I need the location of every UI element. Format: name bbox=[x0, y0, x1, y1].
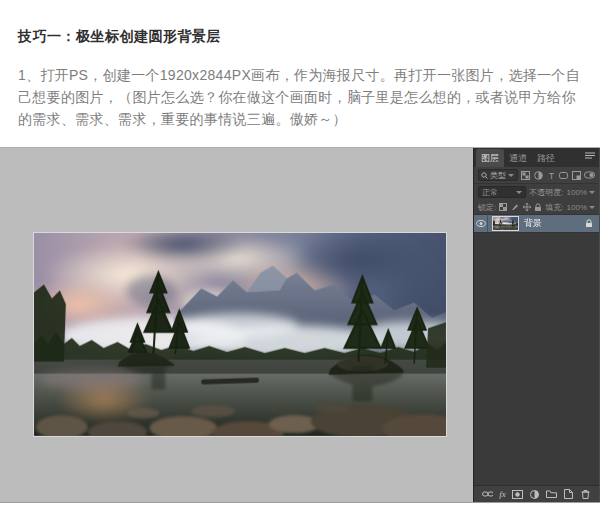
delete-layer-icon[interactable] bbox=[580, 488, 591, 500]
adjustment-layer-icon[interactable] bbox=[529, 488, 540, 500]
tab-paths[interactable]: 路径 bbox=[532, 149, 560, 167]
new-layer-icon[interactable] bbox=[563, 488, 574, 500]
ps-canvas-area[interactable] bbox=[0, 148, 473, 502]
lock-icon bbox=[585, 219, 593, 228]
filter-pixel-icon[interactable] bbox=[521, 169, 531, 181]
tab-channels[interactable]: 通道 bbox=[504, 149, 532, 167]
filter-kind-label: 类型 bbox=[490, 170, 506, 181]
filter-type-icon[interactable]: T bbox=[546, 169, 556, 181]
search-icon bbox=[481, 172, 488, 179]
chevron-down-icon bbox=[589, 206, 595, 209]
landscape-photo bbox=[34, 233, 446, 436]
ps-document-image[interactable] bbox=[33, 232, 447, 437]
lock-paint-icon[interactable] bbox=[511, 201, 520, 213]
layer-visibility-toggle[interactable] bbox=[474, 215, 488, 232]
layer-filter-row: 类型 T bbox=[474, 167, 599, 184]
blend-mode-select[interactable]: 正常 bbox=[478, 186, 526, 198]
fill-value[interactable]: 100% bbox=[567, 203, 595, 212]
chevron-down-icon bbox=[589, 191, 595, 194]
panel-tabbar: 图层 通道 路径 bbox=[474, 148, 599, 167]
eye-icon bbox=[476, 220, 486, 227]
link-layers-icon[interactable] bbox=[482, 488, 493, 500]
layer-row-background[interactable]: 背景 bbox=[474, 215, 599, 233]
layer-style-icon[interactable]: fx bbox=[499, 489, 506, 499]
add-mask-icon[interactable] bbox=[512, 488, 523, 500]
layer-thumbnail[interactable] bbox=[492, 216, 519, 231]
opacity-value[interactable]: 100% bbox=[567, 188, 595, 197]
lock-position-icon[interactable] bbox=[522, 201, 531, 213]
lock-label: 锁定: bbox=[478, 202, 496, 213]
blend-row: 正常 不透明度: 100% bbox=[474, 184, 599, 200]
blend-mode-value: 正常 bbox=[482, 187, 498, 198]
svg-text:T: T bbox=[548, 171, 554, 180]
filter-shape-icon[interactable] bbox=[559, 169, 569, 181]
layer-name: 背景 bbox=[524, 217, 585, 230]
article-title: 技巧一：极坐标创建圆形背景层 bbox=[18, 28, 221, 46]
article-paragraph: 1、打开PS，创建一个1920x2844PX画布，作为海报尺寸。再打开一张图片，… bbox=[18, 64, 584, 130]
chevron-down-icon bbox=[516, 191, 522, 194]
panel-menu-icon[interactable] bbox=[585, 145, 595, 163]
filter-kind-select[interactable]: 类型 bbox=[478, 169, 518, 181]
layer-list: 背景 bbox=[474, 215, 599, 485]
fill-label: 填充: bbox=[545, 202, 563, 213]
lock-all-icon[interactable] bbox=[534, 201, 543, 213]
lock-row: 锁定: 填充: 100% bbox=[474, 200, 599, 215]
tab-layers[interactable]: 图层 bbox=[476, 149, 504, 167]
chevron-down-icon bbox=[508, 174, 514, 177]
layers-panel: 图层 通道 路径 类型 T bbox=[473, 148, 600, 502]
new-group-icon[interactable] bbox=[546, 488, 557, 500]
lock-transparency-icon[interactable] bbox=[499, 201, 508, 213]
filter-smart-object-icon[interactable] bbox=[571, 169, 581, 181]
page: 技巧一：极坐标创建圆形背景层 1、打开PS，创建一个1920x2844PX画布，… bbox=[0, 0, 600, 532]
filter-toggle-icon[interactable] bbox=[584, 169, 595, 181]
photoshop-screenshot: 图层 通道 路径 类型 T bbox=[0, 147, 600, 503]
panel-bottom-bar: fx bbox=[474, 485, 599, 502]
opacity-label: 不透明度: bbox=[529, 187, 563, 198]
filter-adjustment-icon[interactable] bbox=[534, 169, 544, 181]
